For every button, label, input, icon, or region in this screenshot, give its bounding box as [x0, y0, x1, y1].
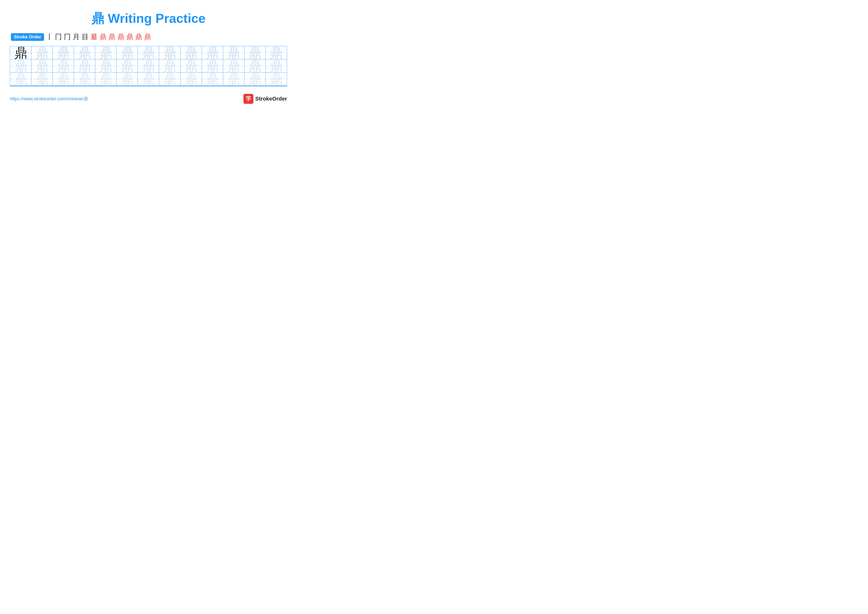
table-row: 鼎 [53, 73, 74, 86]
stroke-10: 鼎 [126, 32, 133, 42]
table-row: 鼎 [116, 46, 138, 59]
table-row: 鼎 [159, 73, 180, 86]
stroke-6: 㬊 [91, 32, 98, 42]
stroke-8: 鼎 [108, 32, 115, 42]
footer: https://www.strokeorder.com/chinese/鼎 字 … [10, 94, 287, 104]
stroke-9: 鼎 [117, 32, 124, 42]
table-row: 鼎 [202, 59, 223, 73]
table-row: 鼎 [202, 46, 223, 59]
table-row: 鼎 [74, 73, 95, 86]
table-row: 鼎 [180, 46, 202, 59]
stroke-2: 冂 [55, 32, 62, 42]
table-row: 鼎 [265, 46, 287, 59]
table-row: 鼎 [223, 59, 244, 73]
stroke-4: 月 [73, 32, 80, 42]
stroke-5: 目 [82, 32, 88, 42]
stroke-order-row: Stroke Order 丨 冂 冂 月 目 㬊 鼎 鼎 鼎 鼎 鼎 鼎 [10, 32, 287, 42]
table-row: 鼎 [180, 59, 202, 73]
stroke-3: 冂 [64, 32, 71, 42]
table-row: 鼎 [10, 46, 31, 59]
stroke-1: 丨 [46, 32, 53, 42]
table-row: 鼎 [138, 46, 159, 59]
table-row: 鼎 [265, 73, 287, 86]
table-row: 鼎 [53, 59, 74, 73]
table-row: 鼎 [159, 46, 180, 59]
table-row: 鼎 [53, 46, 74, 59]
table-row: 鼎 [95, 59, 116, 73]
table-row: 鼎 [180, 73, 202, 86]
table-row: 鼎 [10, 59, 31, 73]
table-row: 鼎 [74, 59, 95, 73]
logo-icon: 字 [243, 94, 253, 104]
logo-text: StrokeOrder [255, 96, 287, 102]
stroke-12: 鼎 [144, 32, 151, 42]
practice-grid: 鼎鼎鼎鼎鼎鼎鼎鼎鼎鼎鼎鼎鼎鼎鼎鼎鼎鼎鼎鼎鼎鼎鼎鼎鼎鼎鼎鼎鼎鼎鼎鼎鼎鼎鼎鼎鼎鼎鼎 [10, 46, 287, 86]
footer-url: https://www.strokeorder.com/chinese/鼎 [10, 96, 88, 102]
table-row: 鼎 [223, 46, 244, 59]
stroke-order-badge: Stroke Order [11, 33, 44, 41]
table-row: 鼎 [31, 46, 53, 59]
stroke-7: 鼎 [99, 32, 106, 42]
table-row: 鼎 [244, 73, 265, 86]
table-row: 鼎 [159, 59, 180, 73]
table-row: 鼎 [10, 73, 31, 86]
stroke-11: 鼎 [135, 32, 142, 42]
table-row: 鼎 [31, 73, 53, 86]
table-row: 鼎 [223, 73, 244, 86]
table-row: 鼎 [244, 46, 265, 59]
table-row: 鼎 [202, 73, 223, 86]
footer-logo: 字 StrokeOrder [243, 94, 287, 104]
page-title: 鼎 Writing Practice [10, 8, 287, 27]
table-row: 鼎 [31, 59, 53, 73]
table-row: 鼎 [74, 46, 95, 59]
table-row: 鼎 [138, 59, 159, 73]
table-row: 鼎 [116, 59, 138, 73]
table-row: 鼎 [244, 59, 265, 73]
table-row: 鼎 [95, 46, 116, 59]
table-row: 鼎 [95, 73, 116, 86]
table-row: 鼎 [116, 73, 138, 86]
table-row: 鼎 [138, 73, 159, 86]
table-row: 鼎 [265, 59, 287, 73]
